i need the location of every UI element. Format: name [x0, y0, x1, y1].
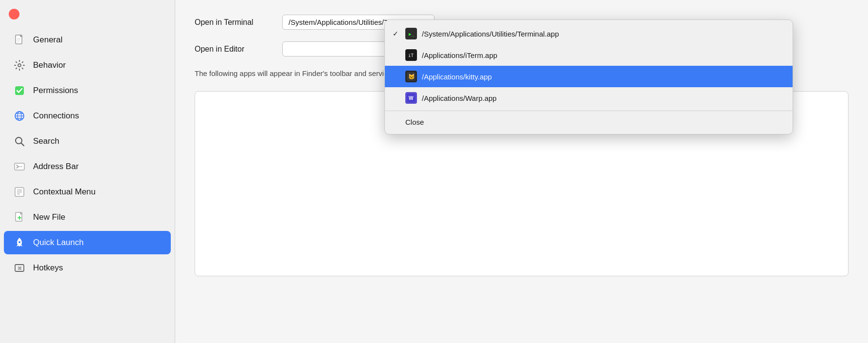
dropdown-item-iterm[interactable]: iT /Applications/iTerm.app	[385, 44, 793, 66]
sidebar-item-permissions-label: Permissions	[33, 86, 78, 95]
dropdown-item-warp[interactable]: W /Applications/Warp.app	[385, 87, 793, 109]
sidebar-item-general[interactable]: General	[4, 28, 171, 52]
svg-text:▶_: ▶_	[409, 32, 414, 37]
sidebar-item-hotkeys-label: Hotkeys	[33, 263, 63, 273]
main-content: Open in Terminal /System/Applications/Ut…	[175, 0, 868, 343]
terminal-path: /System/Applications/Utilities/Terminal.…	[422, 30, 559, 38]
dropdown-menu: ✓ ▶_ /System/Applications/Utilities/Term…	[384, 19, 793, 134]
svg-point-4	[18, 64, 21, 67]
sidebar-item-connections[interactable]: Connections	[4, 104, 171, 128]
svg-text:⌘: ⌘	[18, 266, 22, 271]
gear-icon	[13, 58, 26, 72]
contextual-icon	[13, 185, 26, 199]
warp-app-icon: W	[405, 92, 417, 104]
dropdown-item-kitty[interactable]: 🐱 /Applications/kitty.app	[385, 66, 793, 87]
dropdown-divider	[385, 111, 793, 111]
search-icon	[13, 134, 26, 148]
hotkeys-icon: ⌘	[13, 261, 26, 275]
sidebar-item-contextual-menu[interactable]: Contextual Menu	[4, 180, 171, 204]
iterm-path: /Applications/iTerm.app	[422, 51, 497, 59]
sidebar-item-new-file[interactable]: New File	[4, 206, 171, 229]
document-icon	[13, 33, 26, 47]
checkmark-icon: ✓	[393, 30, 402, 38]
sidebar-item-behavior-label: Behavior	[33, 60, 66, 70]
open-editor-label: Open in Editor	[195, 45, 282, 54]
warp-path: /Applications/Warp.app	[422, 94, 497, 102]
globe-icon	[13, 109, 26, 123]
dropdown-item-terminal[interactable]: ✓ ▶_ /System/Applications/Utilities/Term…	[385, 23, 793, 44]
kitty-app-icon: 🐱	[405, 71, 417, 82]
sidebar-item-address-bar-label: Address Bar	[33, 162, 79, 172]
sidebar-item-connections-label: Connections	[33, 111, 79, 121]
open-terminal-label: Open in Terminal	[195, 18, 282, 27]
dropdown-close-button[interactable]: Close	[385, 113, 793, 131]
terminal-app-icon: ▶_	[405, 28, 417, 39]
permissions-icon	[13, 84, 26, 97]
description-text: The following apps will appear in Finder…	[195, 68, 397, 79]
sidebar-item-contextual-menu-label: Contextual Menu	[33, 187, 96, 197]
svg-text:iT: iT	[408, 53, 414, 58]
addressbar-icon	[13, 160, 26, 173]
sidebar-item-general-label: General	[33, 35, 62, 45]
sidebar-item-behavior[interactable]: Behavior	[4, 54, 171, 77]
svg-rect-14	[19, 166, 22, 167]
sidebar-item-quick-launch[interactable]: Quick Launch	[4, 231, 171, 254]
svg-point-22	[18, 241, 20, 243]
svg-text:W: W	[409, 95, 414, 101]
sidebar-item-address-bar[interactable]: Address Bar	[4, 155, 171, 178]
newfile-icon	[13, 210, 26, 224]
dropdown-close-label: Close	[405, 118, 424, 126]
iterm-app-icon: iT	[405, 49, 417, 61]
sidebar: General Behavior Permissions	[0, 0, 175, 343]
rocket-icon	[13, 236, 26, 249]
sidebar-item-search[interactable]: Search	[4, 130, 171, 153]
sidebar-item-quick-launch-label: Quick Launch	[33, 238, 84, 248]
sidebar-item-permissions[interactable]: Permissions	[4, 79, 171, 102]
svg-text:🐱: 🐱	[408, 73, 415, 80]
svg-line-12	[21, 143, 24, 146]
sidebar-item-hotkeys[interactable]: ⌘ Hotkeys	[4, 256, 171, 280]
sidebar-item-new-file-label: New File	[33, 212, 65, 222]
kitty-path: /Applications/kitty.app	[422, 73, 492, 81]
traffic-light-close[interactable]	[9, 9, 19, 19]
sidebar-item-search-label: Search	[33, 136, 59, 146]
